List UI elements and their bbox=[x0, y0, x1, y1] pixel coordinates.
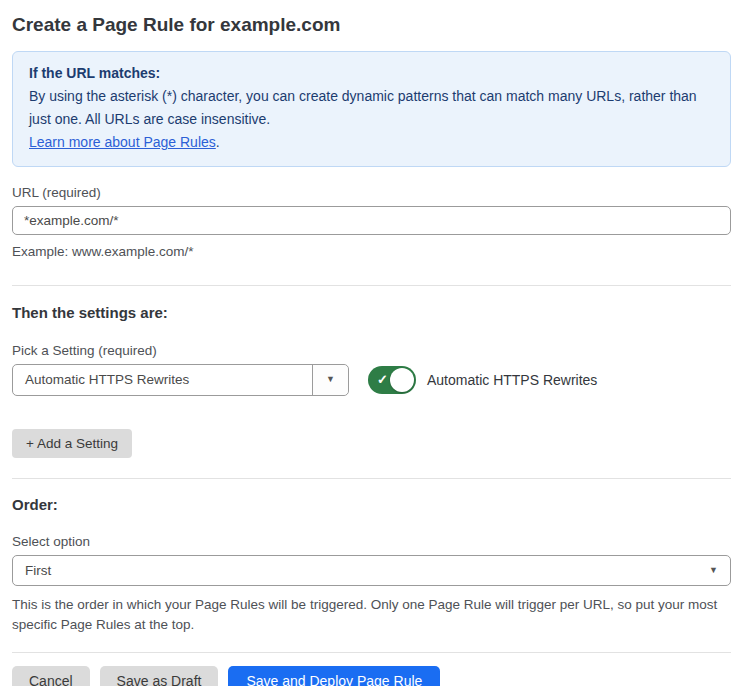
chevron-down-icon: ▼ bbox=[709, 566, 718, 575]
url-match-info-box: If the URL matches: By using the asteris… bbox=[12, 51, 731, 167]
url-input[interactable] bbox=[12, 206, 731, 235]
page-title: Create a Page Rule for example.com bbox=[12, 14, 731, 36]
setting-toggle[interactable]: ✓ bbox=[368, 366, 416, 394]
save-as-draft-button[interactable]: Save as Draft bbox=[100, 666, 219, 686]
setting-dropdown[interactable]: Automatic HTTPS Rewrites ▼ bbox=[12, 364, 349, 396]
info-box-link-line: Learn more about Page Rules. bbox=[29, 131, 714, 154]
toggle-knob bbox=[390, 368, 414, 392]
learn-more-link[interactable]: Learn more about Page Rules bbox=[29, 134, 216, 150]
setting-dropdown-arrow-button[interactable]: ▼ bbox=[312, 365, 348, 395]
save-and-deploy-button[interactable]: Save and Deploy Page Rule bbox=[228, 666, 440, 686]
order-select-value: First bbox=[25, 563, 51, 578]
info-box-body: By using the asterisk (*) character, you… bbox=[29, 85, 714, 131]
add-setting-button[interactable]: + Add a Setting bbox=[12, 429, 132, 458]
order-select[interactable]: First ▼ bbox=[12, 555, 731, 586]
setting-row: Automatic HTTPS Rewrites ▼ ✓ Automatic H… bbox=[12, 364, 731, 396]
divider bbox=[12, 478, 731, 479]
url-field-label: URL (required) bbox=[12, 185, 731, 200]
info-box-heading: If the URL matches: bbox=[29, 62, 714, 85]
link-period: . bbox=[216, 134, 220, 150]
chevron-down-icon: ▼ bbox=[326, 375, 335, 384]
order-select-label: Select option bbox=[12, 534, 731, 549]
order-section-heading: Order: bbox=[12, 496, 731, 513]
settings-section-heading: Then the settings are: bbox=[12, 304, 731, 321]
divider bbox=[12, 652, 731, 653]
cancel-button[interactable]: Cancel bbox=[12, 666, 90, 686]
divider bbox=[12, 285, 731, 286]
check-icon: ✓ bbox=[377, 373, 388, 386]
page-rule-form: Create a Page Rule for example.com If th… bbox=[0, 0, 743, 686]
setting-dropdown-value: Automatic HTTPS Rewrites bbox=[13, 372, 189, 387]
url-example-text: Example: www.example.com/* bbox=[12, 242, 731, 263]
setting-toggle-label: Automatic HTTPS Rewrites bbox=[427, 372, 597, 388]
order-help-text: This is the order in which your Page Rul… bbox=[12, 595, 731, 636]
footer-actions: Cancel Save as Draft Save and Deploy Pag… bbox=[12, 666, 731, 686]
setting-picker-label: Pick a Setting (required) bbox=[12, 343, 731, 358]
